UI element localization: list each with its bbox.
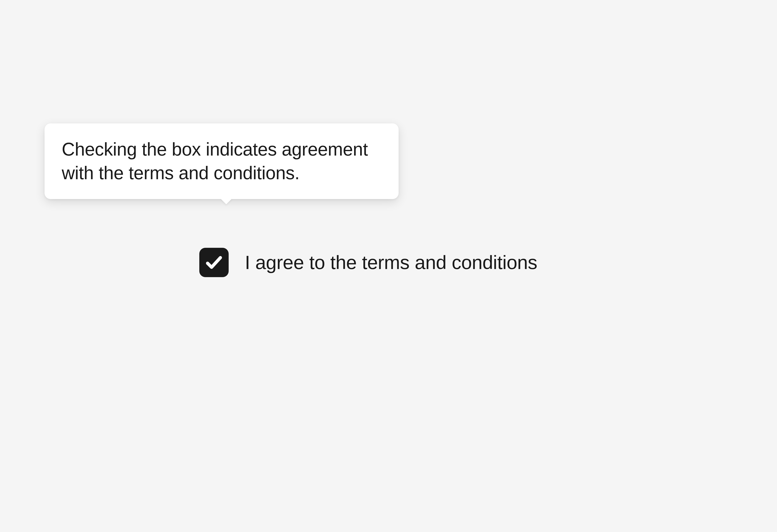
terms-checkbox[interactable] [199, 248, 229, 277]
terms-checkbox-label: I agree to the terms and conditions [245, 251, 537, 273]
tooltip-text: Checking the box indicates agreement wit… [62, 139, 368, 183]
terms-checkbox-row: I agree to the terms and conditions [199, 248, 537, 277]
tooltip-arrow-icon [221, 198, 232, 204]
check-icon [204, 253, 224, 272]
tooltip: Checking the box indicates agreement wit… [44, 123, 399, 199]
